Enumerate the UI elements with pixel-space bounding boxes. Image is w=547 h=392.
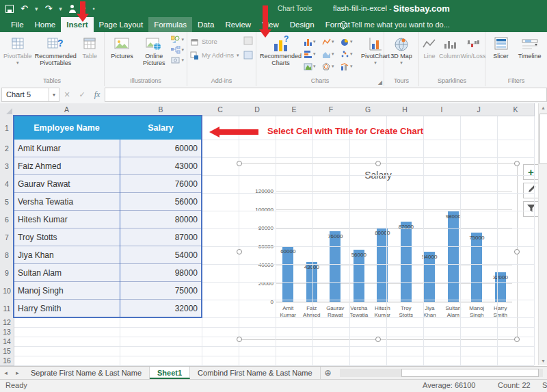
charts-dialog-launcher-icon[interactable]: ◢ — [378, 79, 382, 86]
scroll-down-icon[interactable]: ▼ — [539, 356, 547, 365]
employee-name-cell[interactable]: Harry Smith — [14, 300, 120, 317]
undo-icon[interactable]: ↶ — [21, 0, 28, 17]
employee-name-cell[interactable]: Versha Tewatia — [14, 193, 120, 211]
recommended-pivottables-button[interactable]: ? Recommended PivotTables — [34, 34, 78, 67]
tab-page-layout[interactable]: Page Layout — [94, 17, 149, 32]
name-box[interactable]: Chart 5 — [1, 88, 49, 102]
salary-cell[interactable]: 98000 — [120, 264, 202, 282]
salary-cell[interactable]: 87000 — [120, 228, 202, 246]
salary-cell[interactable]: 80000 — [120, 211, 202, 228]
employee-name-cell[interactable]: Gaurav Rawat — [14, 175, 120, 193]
vertical-scrollbar[interactable]: ▲ ▼ — [538, 103, 547, 365]
row-header-7[interactable]: 7 — [0, 228, 14, 247]
store-button[interactable]: Store — [190, 36, 242, 47]
tab-review[interactable]: Review — [219, 17, 256, 32]
column-header-d[interactable]: D — [239, 103, 276, 116]
employee-name-cell[interactable]: Troy Stotts — [14, 228, 120, 246]
chart-selection-handle[interactable] — [237, 161, 242, 166]
chart-selection-handle[interactable] — [514, 249, 520, 254]
chart-bar[interactable] — [330, 231, 341, 302]
row-header-8[interactable]: 8 — [0, 246, 14, 265]
my-addins-button[interactable]: My Add-ins▾ — [190, 49, 242, 61]
table-button[interactable]: Table — [78, 34, 102, 60]
row-header-6[interactable]: 6 — [0, 211, 14, 229]
qat-customize-icon[interactable]: • — [92, 5, 94, 12]
tab-design[interactable]: Design — [284, 17, 320, 32]
sheet-tab-combind-first-name-last-name[interactable]: Combind First Name & Last Name — [190, 367, 321, 379]
name-box-dropdown-icon[interactable]: ▼ — [49, 88, 59, 102]
addin-extra-icon[interactable] — [243, 36, 253, 48]
3d-map-button[interactable]: 3D Map▾ — [386, 34, 416, 67]
recommended-charts-button[interactable]: ? Recommended Charts — [258, 34, 303, 67]
chart-selection-handle[interactable] — [237, 249, 242, 254]
chart-bar[interactable] — [401, 222, 412, 302]
insert-bar-chart-icon[interactable]: ▾ — [304, 48, 322, 60]
pictures-button[interactable]: Pictures — [107, 34, 137, 60]
insert-scatter-chart-icon[interactable]: ▾ — [341, 48, 359, 60]
pivottable-button[interactable]: PivotTable▾ — [2, 34, 34, 67]
row-header-9[interactable]: 9 — [0, 264, 14, 283]
chart-bar[interactable] — [471, 233, 482, 302]
chart-bar[interactable] — [282, 246, 293, 302]
horizontal-scroll-thumb[interactable] — [401, 369, 539, 377]
column-header-i[interactable]: I — [423, 103, 461, 116]
insert-map-chart-icon[interactable]: ▾ — [304, 60, 322, 73]
row-header-2[interactable]: 2 — [0, 140, 14, 158]
table-header-employee-name[interactable]: Employee Name — [14, 116, 120, 140]
insert-column-chart-icon[interactable]: ▾ — [304, 36, 322, 48]
salary-cell[interactable]: 56000 — [120, 193, 202, 211]
sheet-nav-left-icon[interactable]: ◂ — [0, 367, 12, 379]
sparkline-winloss-button[interactable]: Win/Loss — [462, 34, 485, 60]
tab-home[interactable]: Home — [29, 17, 62, 32]
table-header-salary[interactable]: Salary — [120, 116, 202, 140]
insert-pie-chart-icon[interactable]: ▾ — [341, 36, 359, 48]
user-icon[interactable] — [69, 5, 76, 13]
employee-name-cell[interactable]: Manoj Singh — [14, 282, 120, 300]
sparkline-line-button[interactable]: Line — [421, 34, 438, 60]
chart-elements-button[interactable]: + — [523, 164, 539, 180]
chart-selection-handle[interactable] — [375, 161, 381, 166]
addin-extra2-icon[interactable] — [243, 50, 253, 62]
salary-cell[interactable]: 54000 — [120, 246, 202, 264]
formula-input[interactable] — [105, 88, 547, 102]
column-header-j[interactable]: J — [460, 103, 498, 116]
sheet-tab-seprate-first-name-last-name[interactable]: Seprate First Name & Last Name — [23, 367, 150, 379]
chart-selection-handle[interactable] — [514, 161, 520, 166]
salary-cell[interactable]: 75000 — [120, 282, 202, 300]
row-header-3[interactable]: 3 — [0, 157, 14, 176]
redo-icon[interactable]: ↷ — [44, 0, 52, 17]
cancel-icon[interactable]: ✕ — [59, 90, 75, 99]
insert-line-chart-icon[interactable]: ▾ — [322, 36, 341, 48]
shapes-icon[interactable]: ▾ — [171, 36, 184, 44]
row-header-12[interactable]: 12 — [0, 317, 14, 328]
column-header-c[interactable]: C — [202, 103, 239, 116]
online-pictures-button[interactable]: Online Pictures — [137, 34, 171, 67]
tab-file[interactable]: File — [5, 17, 29, 32]
employee-name-cell[interactable]: Sultan Alam — [14, 264, 120, 282]
smartart-icon[interactable]: ▾ — [171, 46, 184, 54]
row-header-11[interactable]: 11 — [0, 300, 14, 318]
insert-combo-chart-icon[interactable]: ▾ — [341, 60, 359, 73]
chart-selection-handle[interactable] — [514, 337, 520, 342]
row-header-15[interactable]: 15 — [0, 346, 14, 356]
row-header-5[interactable]: 5 — [0, 193, 14, 211]
insert-area-chart-icon[interactable]: ▾ — [322, 48, 341, 60]
row-header-16[interactable]: 16 — [0, 356, 14, 366]
employee-name-cell[interactable]: Jiya Khan — [14, 246, 120, 264]
row-header-4[interactable]: 4 — [0, 175, 14, 194]
column-header-k[interactable]: K — [497, 103, 535, 116]
sheet-tab-sheet1[interactable]: Sheet1 — [150, 367, 190, 379]
tell-me-box[interactable]: Tell me what you want to do... — [340, 17, 450, 32]
column-header-h[interactable]: H — [386, 103, 424, 116]
vertical-scroll-thumb[interactable] — [539, 114, 547, 164]
scroll-up-icon[interactable]: ▲ — [539, 103, 547, 112]
sheet-nav-right-icon[interactable]: ▸ — [12, 367, 23, 379]
save-icon[interactable] — [5, 5, 14, 13]
employee-name-cell[interactable]: Amit Kumar — [14, 140, 120, 157]
salary-chart[interactable]: Salary 020000400006000080000100000120000… — [239, 163, 518, 340]
salary-cell[interactable]: 60000 — [120, 140, 202, 157]
new-sheet-icon[interactable]: ⊕ — [321, 367, 336, 379]
insert-radar-chart-icon[interactable]: ▾ — [322, 60, 341, 73]
sparkline-column-button[interactable]: Column — [438, 34, 462, 60]
salary-cell[interactable]: 76000 — [120, 175, 202, 193]
